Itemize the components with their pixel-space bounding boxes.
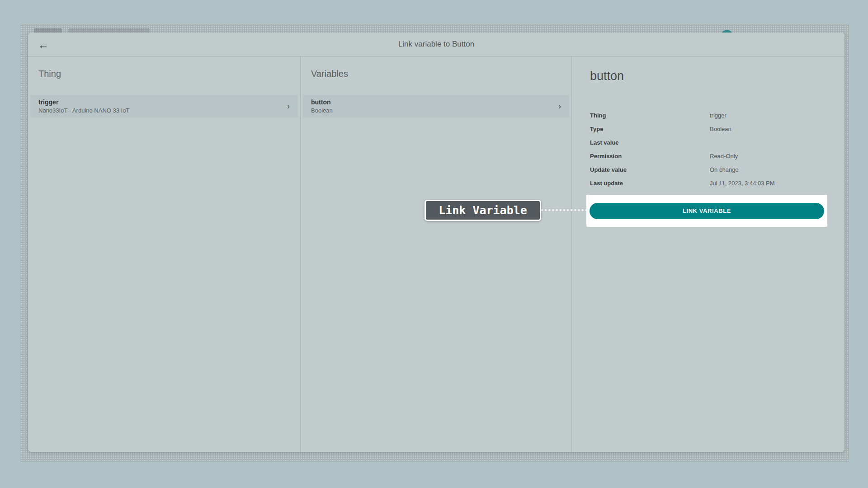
thing-item-subtitle: Nano33IoT - Arduino NANO 33 IoT <box>38 107 298 115</box>
variables-column: Variables button Boolean › <box>301 56 572 452</box>
detail-row-update-value: Update value On change <box>590 163 826 176</box>
detail-row-type: Type Boolean <box>590 122 826 136</box>
thing-list-item-trigger[interactable]: trigger Nano33IoT - Arduino NANO 33 IoT … <box>30 95 298 117</box>
detail-row-last-update: Last update Jul 11, 2023, 3:44:03 PM <box>590 176 826 190</box>
detail-label: Type <box>590 126 710 132</box>
detail-value: Jul 11, 2023, 3:44:03 PM <box>710 180 775 187</box>
detail-row-permission: Permission Read-Only <box>590 149 826 163</box>
detail-rows: Thing trigger Type Boolean Last value Pe… <box>590 108 826 190</box>
detail-label: Permission <box>590 153 710 160</box>
detail-row-last-value: Last value <box>590 136 826 149</box>
callout-connector-line <box>541 209 587 211</box>
link-variable-button[interactable]: LINK VARIABLE <box>590 203 824 219</box>
detail-value: trigger <box>710 112 726 119</box>
variable-item-title: button <box>311 98 569 107</box>
thing-item-title: trigger <box>38 98 298 107</box>
variable-name-title: button <box>590 69 826 83</box>
callout-label: Link Variable <box>439 204 527 217</box>
back-arrow-icon: ← <box>38 38 49 52</box>
modal-header: ← Link variable to Button <box>28 33 844 56</box>
modal-columns: Thing trigger Nano33IoT - Arduino NANO 3… <box>28 56 844 452</box>
spotlight-highlight: LINK VARIABLE <box>586 195 827 227</box>
detail-row-thing: Thing trigger <box>590 108 826 122</box>
detail-value: Boolean <box>710 126 731 132</box>
detail-label: Update value <box>590 166 710 173</box>
modal-title: Link variable to Button <box>398 40 474 49</box>
variables-column-header: Variables <box>301 56 571 95</box>
detail-label: Last value <box>590 139 710 146</box>
thing-column: Thing trigger Nano33IoT - Arduino NANO 3… <box>28 56 301 452</box>
link-variable-callout: Link Variable <box>425 200 541 221</box>
variable-item-subtitle: Boolean <box>311 107 569 115</box>
link-variable-modal: ← Link variable to Button Thing trigger … <box>28 33 844 452</box>
detail-label: Last update <box>590 180 710 187</box>
detail-label: Thing <box>590 112 710 119</box>
detail-value: On change <box>710 166 739 173</box>
back-button[interactable]: ← <box>34 36 52 54</box>
chevron-right-icon: › <box>558 102 561 110</box>
variable-list-item-button[interactable]: button Boolean › <box>303 95 569 117</box>
thing-column-header: Thing <box>28 56 300 95</box>
detail-value: Read-Only <box>710 153 738 160</box>
chevron-right-icon: › <box>287 102 290 110</box>
variable-details-panel: button Thing trigger Type Boolean Last v… <box>572 56 844 452</box>
